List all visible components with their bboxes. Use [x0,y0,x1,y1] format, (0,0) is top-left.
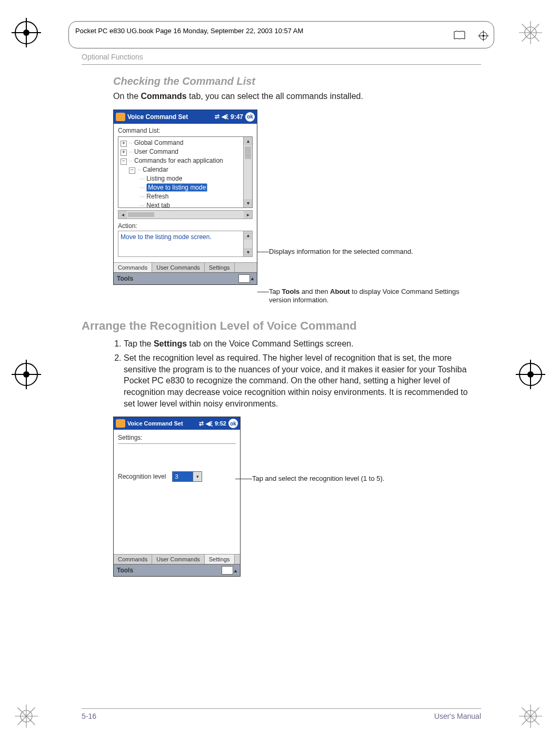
footer-doc-title: User's Manual [434,712,481,720]
vertical-scrollbar[interactable]: ▴ ▾ [243,231,252,256]
menu-bar: Tools ▴ [114,564,240,576]
action-text-content: Move to the listing mode screen. [118,231,243,256]
tools-menu[interactable]: Tools [117,567,133,574]
recognition-level-value: 3 [173,472,193,481]
tree-item[interactable]: −·· Commands for each application [121,156,241,165]
scroll-down-icon[interactable]: ▾ [244,199,252,207]
framemaker-header-text: Pocket PC e830 UG.book Page 16 Monday, S… [75,27,303,35]
scroll-down-icon[interactable]: ▾ [244,248,252,256]
connectivity-icon[interactable]: ⇄ [215,113,219,120]
callout-action-info: Displays information for the selected co… [269,248,413,256]
callout-recognition-level: Tap and select the recognition level (1 … [252,474,384,483]
screenshot-commands: Voice Command Set ⇄ ◀ξ 9:47 ok Command L… [113,110,257,285]
framemaker-header: Pocket PC e830 UG.book Page 16 Monday, S… [68,21,494,48]
input-panel-up-icon[interactable]: ▴ [234,568,237,573]
ok-button[interactable]: ok [228,419,238,428]
start-flag-icon[interactable] [116,113,125,121]
tab-commands[interactable]: Commands [114,555,152,564]
text: tab, you can select the all commands ins… [187,92,363,101]
crop-mark-starburst [15,705,41,731]
crop-mark-target [15,21,41,47]
tree-item[interactable]: +·· Global Command [121,138,241,147]
command-tree: +·· Global Command +·· User Command −·· … [118,136,253,208]
page-number: 5-16 [82,712,96,720]
callout-column: Tap and select the recognition level (1 … [252,417,481,575]
input-panel-up-icon[interactable]: ▴ [251,275,254,281]
ok-button[interactable]: ok [245,112,255,122]
tab-user-commands[interactable]: User Commands [152,555,205,564]
page-footer: 5-16 User's Manual [82,708,481,720]
book-icon [454,31,465,42]
tree-item[interactable]: ··· Listing mode [121,174,241,183]
crop-mark-target [479,32,487,39]
window-title: Voice Command Set [127,113,188,121]
start-flag-icon[interactable] [116,419,125,428]
settings-label: Settings: [118,434,236,441]
tree-item[interactable]: +·· User Command [121,147,241,156]
scroll-thumb[interactable] [128,212,154,217]
step-item: Set the recognition level as required. T… [124,352,481,409]
tab-user-commands[interactable]: User Commands [152,263,205,272]
tree-item[interactable]: ··· Refresh [121,192,241,201]
speaker-icon[interactable]: ◀ξ [206,420,213,427]
scroll-up-icon[interactable]: ▴ [244,231,252,240]
text: On the [113,92,141,101]
tree-item[interactable]: ··· Next tab [121,201,241,207]
speaker-icon[interactable]: ◀ξ [222,113,228,120]
running-head: Optional Functions [82,53,481,65]
scroll-right-icon[interactable]: ▸ [244,211,252,219]
command-list-label: Command List: [114,124,257,135]
crop-mark-target [519,363,545,389]
callout-tools-about: Tap Tools and then About to display Voic… [269,288,481,305]
window-titlebar: Voice Command Set ⇄ ◀ξ 9:47 ok [114,110,257,124]
window-title: Voice Command Set [127,420,183,427]
connectivity-icon[interactable]: ⇄ [199,420,204,427]
recognition-label: Recognition level [118,473,166,480]
divider [118,443,236,444]
tree-item[interactable]: −·· Calendar [121,165,241,174]
window-titlebar: Voice Command Set ⇄ ◀ξ 9:52 ok [114,417,240,430]
crop-mark-starburst [519,21,545,47]
vertical-scrollbar[interactable]: ▴ ▾ [243,137,252,207]
bold-text: Commands [141,92,186,101]
action-textbox: Move to the listing mode screen. ▴ ▾ [118,231,253,257]
scroll-left-icon[interactable]: ◂ [118,211,127,219]
section-title-2: Arrange the Recognition Level of Voice C… [82,319,481,333]
crop-mark-starburst [519,705,545,731]
tools-menu[interactable]: Tools [117,275,133,282]
menu-bar: Tools ▴ [114,272,257,284]
recognition-level-select[interactable]: 3 ▾ [172,471,202,482]
keyboard-icon[interactable] [222,566,233,575]
numbered-steps: Tap the Settings tab on the Voice Comman… [124,338,481,410]
keyboard-icon[interactable] [238,274,250,283]
scroll-thumb[interactable] [245,146,251,159]
screenshot-settings: Voice Command Set ⇄ ◀ξ 9:52 ok Settings:… [113,417,241,577]
section-title-1: Checking the Command List [113,75,481,87]
tab-bar: Commands User Commands Settings [114,554,240,564]
scroll-up-icon[interactable]: ▴ [244,137,252,145]
action-label: Action: [114,221,257,231]
tab-bar: Commands User Commands Settings [114,262,257,272]
section1-body: On the Commands tab, you can select the … [113,91,481,102]
clock: 9:52 [215,420,226,427]
tree-item-selected[interactable]: ··· Move to listing mode [121,183,241,192]
callout-column: Displays information for the selected co… [269,110,481,304]
crop-mark-target [15,363,41,389]
horizontal-scrollbar[interactable]: ◂ ▸ [118,210,253,219]
step-item: Tap the Settings tab on the Voice Comman… [124,338,481,350]
tab-settings[interactable]: Settings [205,263,235,272]
clock: 9:47 [231,113,243,121]
tab-commands[interactable]: Commands [114,263,152,272]
dropdown-arrow-icon[interactable]: ▾ [193,472,202,481]
tab-settings[interactable]: Settings [205,555,235,564]
